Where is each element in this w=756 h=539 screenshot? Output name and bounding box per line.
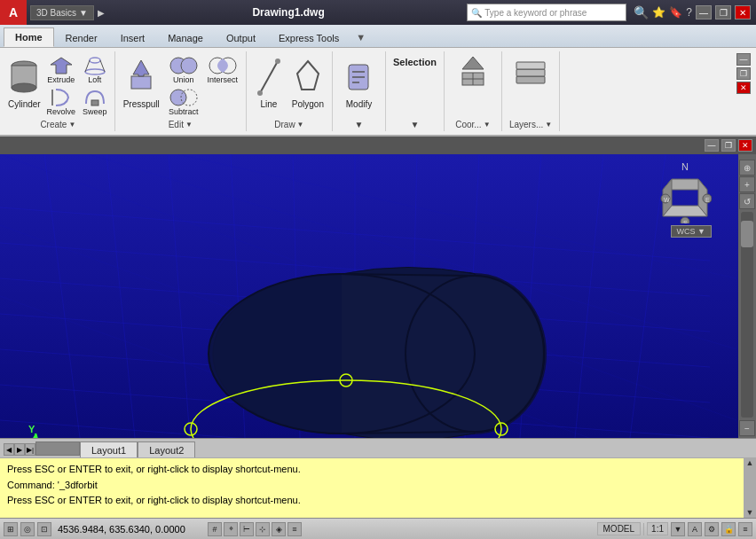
svg-rect-31	[516, 69, 545, 76]
expand-btn[interactable]: ▶	[96, 6, 106, 20]
bookmark-icon-btn[interactable]: 🔖	[669, 6, 682, 19]
zoom-level[interactable]: 1:1	[647, 522, 668, 535]
status-bar: ⊞ ◎ ⊡ 4536.9484, 635.6340, 0.0000 # ⌖ ⊢ …	[0, 518, 756, 539]
settings-btn[interactable]: ≡	[738, 522, 752, 536]
ribbon-restore-btn[interactable]: ❐	[736, 67, 751, 80]
scroll-up-btn[interactable]: ▲	[746, 458, 754, 467]
grid-toggle[interactable]: #	[208, 522, 222, 536]
close-btn[interactable]: ✕	[735, 5, 751, 20]
3d-scene[interactable]: X Y	[0, 154, 756, 438]
tab-scroll-end[interactable]: ▶|	[25, 443, 35, 456]
status-icon-2[interactable]: ◎	[20, 522, 35, 536]
svg-text:Y: Y	[28, 424, 35, 434]
status-icon-3[interactable]: ⊡	[37, 522, 51, 536]
command-scrollbar[interactable]: ▲ ▼	[744, 457, 756, 518]
profile-dropdown[interactable]: 3D Basics ▼	[30, 5, 94, 20]
svg-line-18	[260, 61, 278, 93]
tab-layout1[interactable]: Layout1	[80, 441, 138, 457]
ribbon-close-btn[interactable]: ✕	[736, 82, 751, 94]
svg-marker-21	[297, 61, 319, 90]
coor-group-label[interactable]: Coor... ▼	[455, 120, 490, 129]
coordinates-display: 4536.9484, 635.6340, 0.0000	[54, 524, 205, 535]
polygon-btn[interactable]: Polygon	[289, 53, 327, 111]
tab-express[interactable]: Express Tools	[267, 27, 350, 47]
search-icon-btn[interactable]: 🔍	[634, 5, 649, 20]
subtract-btn[interactable]: Subtract	[166, 87, 201, 117]
status-btn-group: # ⌖ ⊢ ⊹ ◈ ≡	[208, 522, 595, 536]
workspace-btn[interactable]: ⚙	[705, 522, 719, 536]
ribbon-group-modify: Modify ▼	[333, 51, 386, 131]
intersect-btn[interactable]: Intersect	[205, 55, 240, 85]
scroll-down-btn[interactable]: ▼	[746, 508, 754, 517]
revolve-btn[interactable]: Revolve	[45, 87, 77, 117]
svg-point-5	[90, 58, 100, 63]
tab-extra[interactable]: ▼	[350, 27, 371, 47]
selection-group-label[interactable]: ▼	[410, 120, 419, 129]
main-layout: A 3D Basics ▼ ▶ Drawing1.dwg 🔍 Type a ke…	[0, 0, 756, 539]
svg-marker-11	[133, 60, 149, 76]
tab-layout2[interactable]: Layout2	[138, 441, 195, 457]
sweep-btn[interactable]: Sweep	[79, 87, 111, 117]
model-btn[interactable]: MODEL	[597, 522, 642, 535]
layers-group-label[interactable]: Layers... ▼	[509, 120, 552, 129]
create-group-label[interactable]: Create ▼	[40, 120, 75, 129]
scroll-thumb[interactable]	[741, 221, 753, 247]
pan-btn[interactable]: ⊕	[739, 160, 755, 176]
svg-rect-9	[91, 100, 98, 105]
star-icon-btn[interactable]: ⭐	[652, 6, 665, 19]
annotation-scale[interactable]: A	[688, 522, 702, 536]
modify-group-label[interactable]: ▼	[355, 120, 364, 129]
tab-render[interactable]: Render	[54, 27, 109, 47]
tab-home[interactable]: Home	[4, 27, 54, 47]
layers-icon[interactable]	[513, 55, 548, 92]
modify-btn[interactable]: Modify	[338, 53, 379, 111]
viewport-restore-btn[interactable]: ❐	[721, 139, 736, 152]
svg-text:N: N	[681, 161, 689, 172]
status-icon-1[interactable]: ⊞	[4, 522, 18, 536]
snap-toggle[interactable]: ⌖	[224, 522, 238, 536]
polar-toggle[interactable]: ⊹	[256, 522, 270, 536]
quick-access-toolbar: 3D Basics ▼ ▶	[27, 5, 110, 20]
coor-icon[interactable]	[455, 55, 491, 92]
orbit-btn[interactable]: ↺	[739, 193, 755, 209]
line-btn[interactable]: Line	[252, 53, 286, 111]
search-box[interactable]: 🔍 Type a keyword or phrase	[467, 4, 626, 21]
presspull-btn[interactable]: Presspull	[121, 53, 162, 111]
vp-scale-btn[interactable]: ▼	[671, 522, 685, 536]
wcs-label[interactable]: WCS ▼	[671, 225, 712, 238]
cylinder-btn[interactable]: Cylinder	[5, 53, 43, 111]
zoom-btn[interactable]: +	[739, 176, 755, 192]
ribbon-group-draw: Line Polygon Draw ▼	[247, 51, 333, 131]
header-area: A 3D Basics ▼ ▶ Drawing1.dwg 🔍 Type a ke…	[0, 0, 756, 25]
edit-group-label[interactable]: Edit ▼	[169, 120, 193, 129]
viewport-close-btn[interactable]: ✕	[738, 139, 752, 152]
scroll-track	[741, 212, 753, 418]
viewcube[interactable]: N W S E	[658, 161, 712, 223]
tab-manage[interactable]: Manage	[156, 27, 215, 47]
autocad-logo[interactable]: A	[0, 0, 27, 25]
lock-btn[interactable]: 🔒	[721, 522, 736, 536]
tab-output[interactable]: Output	[215, 27, 267, 47]
ortho-toggle[interactable]: ⊢	[240, 522, 254, 536]
ribbon-group-coor: Coor... ▼	[445, 51, 502, 131]
help-btn[interactable]: ?	[686, 6, 692, 19]
lineweight-toggle[interactable]: ≡	[287, 522, 302, 536]
ribbon-minimize-btn[interactable]: —	[736, 53, 751, 66]
tab-insert[interactable]: Insert	[109, 27, 157, 47]
svg-rect-10	[131, 76, 151, 89]
viewport-minimize-btn[interactable]: —	[705, 139, 719, 152]
extrude-btn[interactable]: Extrude	[45, 55, 77, 85]
cylinder-label: Cylinder	[8, 99, 41, 109]
tab-scroll-left[interactable]: ◀	[4, 443, 14, 456]
zoom-out-btn[interactable]: −	[739, 420, 755, 436]
ribbon-content: Cylinder Extrude Revolve	[0, 48, 756, 137]
tab-scroll-right[interactable]: ▶	[14, 443, 25, 456]
restore-btn[interactable]: ❐	[715, 5, 731, 20]
union-btn[interactable]: Union	[166, 55, 201, 85]
minimize-btn[interactable]: —	[696, 5, 712, 20]
loft-btn[interactable]: Loft	[79, 55, 111, 85]
viewport-container: — ❐ ✕	[0, 137, 756, 438]
svg-rect-30	[516, 76, 545, 83]
object-snap-toggle[interactable]: ◈	[272, 522, 286, 536]
draw-group-label[interactable]: Draw ▼	[274, 120, 303, 129]
